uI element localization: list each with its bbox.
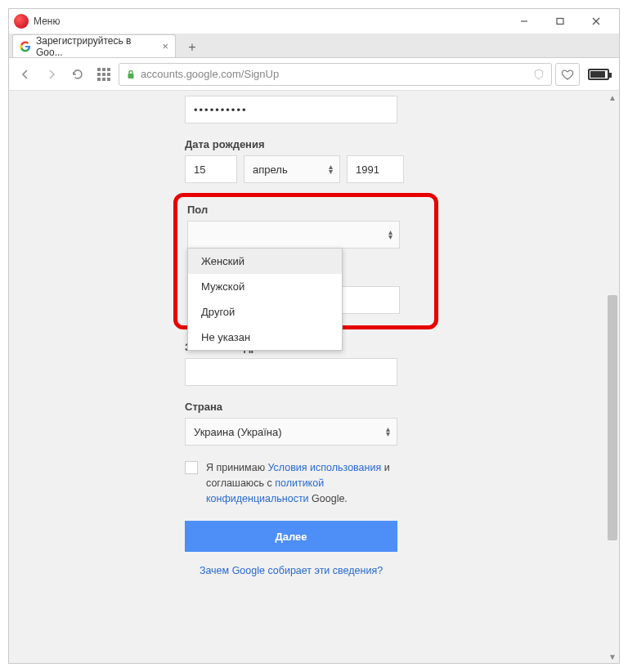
dob-year-input[interactable]: 1991 — [347, 155, 404, 183]
tab-title: Зарегистрируйтесь в Goo... — [36, 35, 154, 58]
window-close-button[interactable] — [578, 10, 614, 33]
battery-icon — [588, 69, 609, 80]
grid-icon — [97, 68, 110, 81]
new-tab-button[interactable]: + — [181, 38, 204, 57]
password-input[interactable]: •••••••••• — [185, 96, 397, 123]
browser-window: Меню Зарегистрируйтесь в Goo... × + — [8, 8, 620, 664]
tos-text: Я принимаю Условия использования и согла… — [206, 460, 397, 506]
country-label: Страна — [185, 401, 430, 413]
scrollbar-thumb[interactable] — [608, 295, 617, 540]
scroll-down-icon[interactable]: ▼ — [606, 650, 619, 663]
tab-strip: Зарегистрируйтесь в Goo... × + — [9, 34, 619, 58]
country-select[interactable]: Украина (Україна) ▴▾ — [185, 418, 397, 446]
window-maximize-button[interactable] — [542, 10, 578, 33]
next-button[interactable]: Далее — [185, 521, 397, 552]
gender-option-other[interactable]: Другой — [188, 299, 342, 325]
reload-button[interactable] — [66, 63, 89, 86]
bookmark-button[interactable] — [555, 63, 580, 86]
gender-dropdown: Женский Мужской Другой Не указан — [187, 248, 343, 351]
tab-close-button[interactable]: × — [162, 40, 168, 52]
window-minimize-button[interactable] — [506, 10, 542, 33]
heart-icon — [561, 68, 574, 81]
why-collect-link[interactable]: Зачем Google собирает эти сведения? — [200, 565, 383, 576]
gender-label: Пол — [187, 204, 424, 216]
speed-dial-button[interactable] — [92, 63, 115, 86]
page-viewport: •••••••••• Дата рождения 15 апрель ▴▾ 19… — [9, 91, 619, 663]
chevron-left-icon — [19, 68, 32, 81]
chevron-right-icon — [45, 68, 58, 81]
chevron-updown-icon: ▴▾ — [388, 230, 392, 240]
url-input[interactable]: accounts.google.com/SignUp — [119, 63, 552, 86]
close-icon — [592, 17, 600, 25]
scroll-up-icon[interactable]: ▲ — [606, 91, 619, 104]
svg-rect-1 — [557, 19, 563, 25]
chevron-updown-icon: ▴▾ — [386, 427, 390, 437]
gender-option-male[interactable]: Мужской — [188, 274, 342, 299]
highlight-box: Пол ▴▾ Женский Мужской Другой Не указан — [173, 193, 438, 329]
vertical-scrollbar[interactable]: ▲ ▼ — [606, 91, 619, 663]
reload-icon — [71, 68, 84, 81]
dob-month-select[interactable]: апрель ▴▾ — [244, 155, 340, 183]
forward-button[interactable] — [40, 63, 63, 86]
titlebar: Меню — [9, 9, 619, 34]
backup-email-input[interactable] — [185, 358, 397, 386]
opera-logo-icon — [14, 14, 29, 29]
url-domain: accounts.google.com — [141, 68, 241, 80]
tos-link[interactable]: Условия использования — [267, 462, 381, 473]
chevron-updown-icon: ▴▾ — [329, 164, 333, 174]
gender-option-unspecified[interactable]: Не указан — [188, 325, 342, 350]
back-button[interactable] — [14, 63, 37, 86]
dob-day-input[interactable]: 15 — [185, 155, 237, 183]
tos-checkbox[interactable] — [185, 461, 198, 474]
dob-label: Дата рождения — [185, 138, 430, 150]
menu-label[interactable]: Меню — [34, 16, 60, 27]
gender-select[interactable]: ▴▾ — [187, 221, 400, 249]
gender-option-female[interactable]: Женский — [188, 249, 342, 274]
signup-form: •••••••••• Дата рождения 15 апрель ▴▾ 19… — [185, 96, 430, 663]
minimize-icon — [520, 17, 528, 25]
google-favicon-icon — [20, 41, 31, 52]
browser-tab[interactable]: Зарегистрируйтесь в Goo... × — [12, 34, 176, 57]
url-path: /SignUp — [241, 68, 279, 80]
address-bar: accounts.google.com/SignUp — [9, 58, 619, 91]
maximize-icon — [556, 17, 564, 25]
shield-icon — [533, 69, 545, 80]
lock-icon — [126, 69, 136, 79]
svg-rect-4 — [128, 74, 134, 78]
